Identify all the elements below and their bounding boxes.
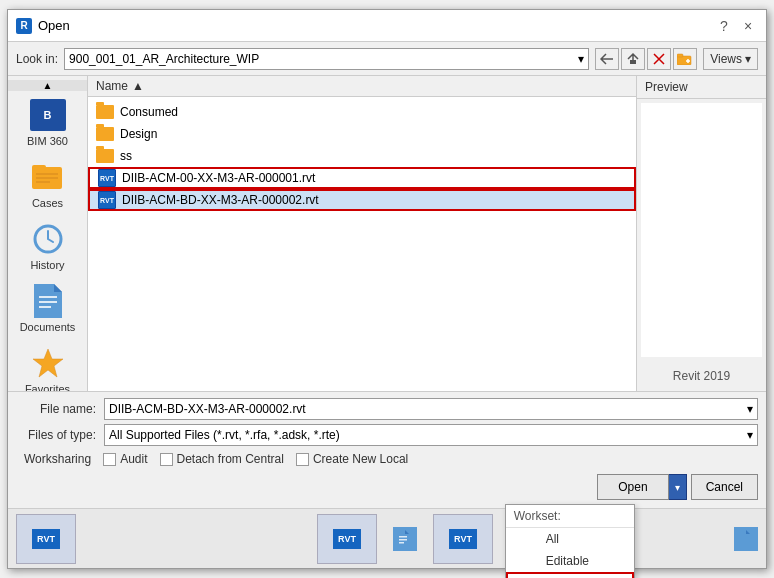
- dropdown-item-all[interactable]: All: [506, 528, 634, 550]
- create-label: Create New Local: [313, 452, 408, 466]
- sidebar-documents-label: Documents: [20, 321, 76, 333]
- svg-rect-21: [399, 539, 407, 541]
- sidebar-item-history[interactable]: History: [8, 215, 87, 277]
- list-item-file1[interactable]: RVT DIIB-ACM-00-XX-M3-AR-000001.rvt: [88, 167, 636, 189]
- help-button[interactable]: ?: [714, 16, 734, 36]
- doc-icon: [396, 530, 414, 548]
- create-checkbox-item[interactable]: Create New Local: [296, 452, 408, 466]
- look-in-arrow-icon: ▾: [578, 52, 584, 66]
- preview-label: Preview: [637, 76, 766, 99]
- dropdown-item-editable[interactable]: Editable: [506, 550, 634, 572]
- filename-row: File name: DIIB-ACM-BD-XX-M3-AR-000002.r…: [16, 398, 758, 420]
- cancel-button[interactable]: Cancel: [691, 474, 758, 500]
- svg-marker-10: [54, 284, 62, 292]
- sidebar-item-favorites[interactable]: Favorites: [8, 339, 87, 391]
- item-name: ss: [120, 149, 132, 163]
- bottom-area: File name: DIIB-ACM-BD-XX-M3-AR-000002.r…: [8, 391, 766, 508]
- delete-icon: [652, 52, 666, 66]
- open-dialog: R Open ? × Look in: 900_001_01_AR_Archit…: [7, 9, 767, 569]
- back-button[interactable]: [595, 48, 619, 70]
- favorites-icon-container: [30, 345, 66, 381]
- item-name: Consumed: [120, 105, 178, 119]
- favorites-icon: [32, 347, 64, 379]
- taskbar-item-3[interactable]: RVT: [433, 514, 493, 564]
- audit-checkbox-item[interactable]: Audit: [103, 452, 147, 466]
- dropdown-editable-label: Editable: [546, 554, 589, 568]
- new-folder-button[interactable]: [673, 48, 697, 70]
- main-area: ▲ B BIM 360: [8, 76, 766, 391]
- list-item[interactable]: ss: [88, 145, 636, 167]
- documents-icon-container: [30, 283, 66, 319]
- look-in-dropdown[interactable]: 900_001_01_AR_Architecture_WIP ▾: [64, 48, 589, 70]
- sidebar-scroll-up[interactable]: ▲: [8, 80, 87, 91]
- svg-rect-7: [36, 181, 50, 183]
- bim360-icon-container: B: [30, 97, 66, 133]
- open-dropdown-arrow-icon: ▾: [675, 482, 680, 493]
- sidebar-cases-label: Cases: [32, 197, 63, 209]
- filetype-dropdown[interactable]: All Supported Files (*.rvt, *.rfa, *.ads…: [104, 424, 758, 446]
- documents-icon: [34, 284, 62, 318]
- up-button[interactable]: [621, 48, 645, 70]
- filetype-label: Files of type:: [16, 428, 96, 442]
- sidebar-favorites-label: Favorites: [25, 383, 70, 391]
- svg-rect-0: [630, 60, 636, 64]
- cases-icon-container: [30, 159, 66, 195]
- svg-rect-20: [399, 536, 407, 538]
- list-item-file2[interactable]: RVT DIIB-ACM-BD-XX-M3-AR-000002.rvt: [88, 189, 636, 211]
- new-folder-icon: [677, 53, 693, 65]
- title-bar-left: R Open: [16, 18, 70, 34]
- preview-panel: Preview Revit 2019: [636, 76, 766, 391]
- list-item[interactable]: Consumed: [88, 101, 636, 123]
- bim360-icon: B: [30, 99, 66, 131]
- detach-checkbox-item[interactable]: Detach from Central: [160, 452, 284, 466]
- taskbar-rvt-icon-3: RVT: [449, 529, 477, 549]
- svg-rect-11: [39, 296, 57, 298]
- file-list: Consumed Design ss RVT DIIB-ACM-00-XX-M3…: [88, 97, 636, 391]
- button-row: Open ▾ Workset: All Editable: [16, 472, 758, 502]
- workset-row: Worksharing Audit Detach from Central Cr…: [16, 450, 758, 468]
- preview-content: Revit 2019: [637, 361, 766, 391]
- file-list-header: Name ▲: [88, 76, 636, 97]
- sidebar-item-bim360[interactable]: B BIM 360: [8, 91, 87, 153]
- file-area: Name ▲ Consumed Design ss RVT: [88, 76, 636, 391]
- editable-check-icon: [526, 554, 540, 568]
- sidebar-item-cases[interactable]: Cases: [8, 153, 87, 215]
- history-icon-container: [30, 221, 66, 257]
- audit-label: Audit: [120, 452, 147, 466]
- svg-rect-2: [677, 54, 683, 57]
- sidebar: ▲ B BIM 360: [8, 76, 88, 391]
- delete-button[interactable]: [647, 48, 671, 70]
- name-column-header[interactable]: Name ▲: [96, 79, 628, 93]
- dropdown-item-specify[interactable]: ✓ Specify...: [506, 572, 634, 578]
- taskbar-right-doc-icon: [734, 527, 758, 551]
- dropdown-header: Workset:: [506, 505, 634, 528]
- views-label: Views: [710, 52, 742, 66]
- views-arrow-icon: ▾: [745, 52, 751, 66]
- sidebar-scroll-area: B BIM 360 Cases: [8, 91, 87, 391]
- create-checkbox[interactable]: [296, 453, 309, 466]
- item-name: DIIB-ACM-BD-XX-M3-AR-000002.rvt: [122, 193, 319, 207]
- svg-rect-22: [399, 542, 404, 544]
- svg-rect-13: [39, 306, 51, 308]
- filetype-value: All Supported Files (*.rvt, *.rfa, *.ads…: [109, 428, 340, 442]
- detach-checkbox[interactable]: [160, 453, 173, 466]
- taskbar-rvt-icon-2: RVT: [333, 529, 361, 549]
- taskbar-rvt-icon-1: RVT: [32, 529, 60, 549]
- open-button[interactable]: Open: [597, 474, 668, 500]
- folder-icon: [96, 127, 114, 141]
- list-item[interactable]: Design: [88, 123, 636, 145]
- taskbar-item-1[interactable]: RVT: [16, 514, 76, 564]
- title-controls: ? ×: [714, 16, 758, 36]
- audit-checkbox[interactable]: [103, 453, 116, 466]
- detach-label: Detach from Central: [177, 452, 284, 466]
- open-dropdown-button[interactable]: ▾: [669, 474, 687, 500]
- item-name: DIIB-ACM-00-XX-M3-AR-000001.rvt: [122, 171, 315, 185]
- close-button[interactable]: ×: [738, 16, 758, 36]
- svg-marker-14: [33, 349, 63, 377]
- filename-value: DIIB-ACM-BD-XX-M3-AR-000002.rvt: [109, 402, 306, 416]
- taskbar-item-2[interactable]: RVT: [317, 514, 377, 564]
- sidebar-item-documents[interactable]: Documents: [8, 277, 87, 339]
- taskbar-doc-area: [393, 527, 417, 551]
- filename-input[interactable]: DIIB-ACM-BD-XX-M3-AR-000002.rvt ▾: [104, 398, 758, 420]
- views-button[interactable]: Views ▾: [703, 48, 758, 70]
